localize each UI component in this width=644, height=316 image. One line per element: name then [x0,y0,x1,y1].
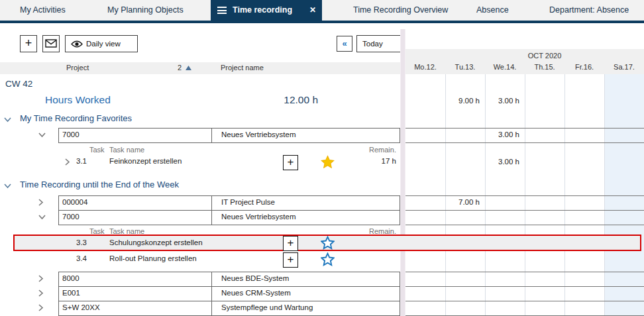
project-name: Systempflege und Wartung [221,303,313,311]
task-id: 3.4 [76,254,87,262]
task-id: 3.3 [76,238,87,246]
hours-cell: 3.00 h [485,131,525,138]
grid-line [405,272,644,272]
message-button[interactable] [42,35,60,52]
day-header-tu: Tu.13. [445,63,485,71]
panel-splitter[interactable] [400,29,405,316]
section-title-favorites: My Time Recording Favorites [20,113,132,123]
close-icon[interactable]: ✕ [309,0,316,21]
project-name: Neues Vertriebsystem [221,213,296,221]
chevron-right-icon[interactable] [38,304,44,311]
chevron-down-icon[interactable] [38,132,46,138]
project-code: 000004 [62,198,87,206]
menu-icon[interactable] [217,7,227,15]
project-row-7000-favorites[interactable]: 7000 Neues Vertriebsystem [58,128,400,143]
task-id: 3.1 [76,157,87,165]
project-row-e001[interactable]: E001 Neues CRM-System [58,286,400,301]
today-button[interactable]: Today [356,35,402,52]
favorite-star-filled-icon[interactable] [321,155,335,169]
tab-time-recording[interactable]: Time recording ✕ [211,0,322,23]
grid-line [405,301,644,301]
task-name: Feinkonzept erstellen [109,157,182,165]
chevron-right-icon[interactable] [38,275,44,282]
grid-line [405,286,644,287]
hours-worked-total: 12.00 h [252,94,318,106]
project-column-label: Project [66,64,89,72]
sort-order-indicator[interactable]: 2 [178,64,182,72]
task-column-label: Task [89,146,105,154]
project-code: E001 [62,289,80,297]
chevron-right-icon[interactable] [38,290,44,297]
month-label: OCT 2020 [405,52,644,60]
chevron-right-icon[interactable] [65,158,70,166]
today-label: Today [362,40,383,48]
task-name: Schulungskonzept erstellen [109,238,203,246]
project-column-header [0,62,400,74]
chevron-down-icon[interactable] [4,184,11,189]
add-time-entry-button[interactable]: + [283,155,298,170]
project-name: IT Project Pulse [221,198,275,206]
favorite-star-outline-icon[interactable] [321,236,335,250]
project-name-column-label: Project name [221,64,264,72]
tab-time-recording-overview[interactable]: Time Recording Overview [353,0,448,21]
grid-line [405,225,644,225]
project-name: Neues CRM-System [221,289,291,297]
day-header-sa: Sa.17. [604,63,644,71]
favorite-star-outline-icon[interactable] [321,252,335,266]
tab-absence[interactable]: Absence [476,0,509,21]
chevron-right-icon[interactable] [38,199,44,206]
chevron-down-icon[interactable] [38,215,46,220]
project-code: S+W 20XX [62,303,100,311]
tab-department-absence[interactable]: Department: Absence [549,0,629,21]
grid-line [405,210,644,211]
hours-cell: 3.00 h [485,158,525,166]
day-header-we: We.14. [485,63,525,71]
task-name-column-label: Task name [109,146,144,154]
project-row-8000[interactable]: 8000 Neues BDE-System [58,272,400,287]
section-title-end-of-week: Time Recording until the End of the Week [20,180,179,189]
time-recording-app: My Activities My Planning Objects Time R… [0,0,644,316]
project-name: Neues BDE-System [221,274,289,282]
project-row-sw20xx[interactable]: S+W 20XX Systempflege und Wartung [58,301,400,316]
add-button[interactable]: + [20,35,37,52]
sort-ascending-icon [186,66,191,70]
calendar-week-label: CW 42 [5,79,32,89]
hours-cell: 9.00 h [445,97,485,105]
hours-worked-label: Hours Worked [45,94,111,106]
day-header-mo: Mo.12. [405,63,445,71]
task-remaining-hours: 17 h [354,157,396,165]
project-code: 8000 [62,274,80,282]
tab-my-planning-objects[interactable]: My Planning Objects [107,0,184,21]
eye-icon [71,40,83,48]
project-name: Neues Vertriebsystem [221,131,296,138]
previous-week-button[interactable]: « [337,36,352,52]
project-code: 7000 [62,213,80,221]
task-name[interactable]: Roll-out Planung erstellen [109,254,197,262]
hours-cell: 3.00 h [485,97,525,105]
day-header-th: Th.15. [525,63,564,71]
tabbar-accent-line [0,21,644,23]
day-header-fr: Fr.16. [564,63,604,71]
tab-my-activities[interactable]: My Activities [20,0,66,21]
add-time-entry-button[interactable]: + [283,252,298,268]
chevron-down-icon[interactable] [4,117,11,123]
project-row-7000[interactable]: 7000 Neues Vertriebsystem [58,210,400,225]
grid-line [405,128,644,129]
daily-view-label: Daily view [86,40,121,48]
envelope-icon [45,39,57,48]
daily-view-button[interactable]: Daily view [65,35,138,52]
project-code: 7000 [62,131,80,138]
tab-bar: My Activities My Planning Objects Time R… [0,0,644,21]
hours-cell: 7.00 h [445,198,485,206]
grid-line [405,195,644,196]
project-row-000004[interactable]: 000004 IT Project Pulse [58,195,400,211]
add-time-entry-button[interactable]: + [283,236,298,251]
active-tab-label: Time recording [233,0,292,21]
grid-line [405,142,644,143]
remain-column-label: Remain. [354,146,396,154]
